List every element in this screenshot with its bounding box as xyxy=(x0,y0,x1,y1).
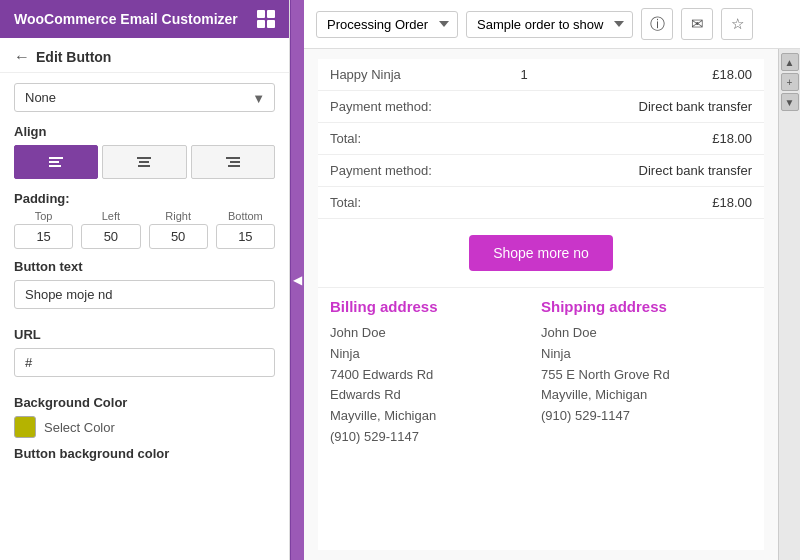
shipping-address: John Doe Ninja 755 E North Grove Rd Mayv… xyxy=(541,323,752,427)
padding-left-input[interactable] xyxy=(81,224,140,249)
product-qty: 1 xyxy=(509,59,556,91)
align-right-button[interactable] xyxy=(191,145,275,179)
section-title: Edit Button xyxy=(36,49,111,65)
btn-bg-color-label: Button background color xyxy=(14,446,275,461)
billing-name: John Doe xyxy=(330,325,386,340)
shipping-company: Ninja xyxy=(541,346,571,361)
url-label: URL xyxy=(14,327,275,342)
table-row: Happy Ninja 1 £18.00 xyxy=(318,59,764,91)
padding-right-label: Right xyxy=(165,210,191,222)
billing-address: John Doe Ninja 7400 Edwards Rd Edwards R… xyxy=(330,323,541,448)
payment-label-2: Payment method: xyxy=(318,155,509,187)
shipping-title: Shipping address xyxy=(541,298,752,315)
padding-right-input[interactable] xyxy=(149,224,208,249)
total-qty-1 xyxy=(509,123,556,155)
svg-rect-6 xyxy=(226,157,240,159)
svg-rect-3 xyxy=(137,157,151,159)
total-label-1: Total: xyxy=(318,123,509,155)
none-select[interactable]: None xyxy=(14,83,275,112)
scroll-plus-button[interactable]: + xyxy=(781,73,799,91)
sample-select-wrap: Sample order to show xyxy=(466,11,633,38)
panel-toggle-arrow: ◀ xyxy=(293,273,302,287)
sidebar-header: WooCommerce Email Customizer xyxy=(0,0,289,38)
select-color-button[interactable]: Select Color xyxy=(44,420,115,435)
payment-qty-1 xyxy=(509,91,556,123)
total-qty-2 xyxy=(509,187,556,219)
color-swatch[interactable] xyxy=(14,416,36,438)
section-title-bar: ← Edit Button xyxy=(0,38,289,73)
shipping-col: Shipping address John Doe Ninja 755 E No… xyxy=(541,298,752,448)
padding-left-col: Left xyxy=(81,210,140,249)
app-title: WooCommerce Email Customizer xyxy=(14,11,238,27)
svg-rect-0 xyxy=(49,157,63,159)
info-button[interactable]: ⓘ xyxy=(641,8,673,40)
padding-bottom-input[interactable] xyxy=(216,224,275,249)
content-area: Happy Ninja 1 £18.00 Payment method: Dir… xyxy=(304,49,778,560)
grid-icon[interactable] xyxy=(257,10,275,28)
panel-toggle[interactable]: ◀ xyxy=(290,0,304,560)
padding-top-label: Top xyxy=(35,210,53,222)
scroll-down-button[interactable]: ▼ xyxy=(781,93,799,111)
mail-button[interactable]: ✉ xyxy=(681,8,713,40)
payment-qty-2 xyxy=(509,155,556,187)
padding-right-col: Right xyxy=(149,210,208,249)
total-value-1: £18.00 xyxy=(556,123,764,155)
align-label: Align xyxy=(14,124,275,139)
total-value-2: £18.00 xyxy=(556,187,764,219)
svg-rect-2 xyxy=(49,165,61,167)
url-input[interactable] xyxy=(14,348,275,377)
payment-label-1: Payment method: xyxy=(318,91,509,123)
padding-label: Padding: xyxy=(14,191,275,206)
product-price: £18.00 xyxy=(556,59,764,91)
product-name: Happy Ninja xyxy=(318,59,509,91)
button-text-input[interactable] xyxy=(14,280,275,309)
padding-fields: Top Left Right Bottom xyxy=(14,210,275,249)
color-row: Select Color xyxy=(14,416,275,438)
svg-rect-7 xyxy=(230,161,240,163)
payment-value-1: Direct bank transfer xyxy=(556,91,764,123)
order-table: Happy Ninja 1 £18.00 Payment method: Dir… xyxy=(318,59,764,219)
total-label-2: Total: xyxy=(318,187,509,219)
table-row: Payment method: Direct bank transfer xyxy=(318,155,764,187)
padding-top-input[interactable] xyxy=(14,224,73,249)
back-arrow-icon[interactable]: ← xyxy=(14,48,30,66)
padding-bottom-col: Bottom xyxy=(216,210,275,249)
shipping-city-state: Mayville, Michigan xyxy=(541,387,647,402)
svg-rect-5 xyxy=(138,165,150,167)
align-buttons xyxy=(14,145,275,179)
shipping-address1: 755 E North Grove Rd xyxy=(541,367,670,382)
align-left-button[interactable] xyxy=(14,145,98,179)
table-row: Payment method: Direct bank transfer xyxy=(318,91,764,123)
shipping-phone: (910) 529-1147 xyxy=(541,408,630,423)
table-row: Total: £18.00 xyxy=(318,187,764,219)
shipping-name: John Doe xyxy=(541,325,597,340)
desktop-button[interactable]: ☆ xyxy=(721,8,753,40)
billing-phone: (910) 529-1147 xyxy=(330,429,419,444)
svg-rect-4 xyxy=(139,161,149,163)
align-center-button[interactable] xyxy=(102,145,186,179)
padding-top-col: Top xyxy=(14,210,73,249)
scroll-controls: ▲ + ▼ xyxy=(778,49,800,560)
padding-left-label: Left xyxy=(102,210,120,222)
billing-address2: Edwards Rd xyxy=(330,387,401,402)
shop-more-button[interactable]: Shope more no xyxy=(469,235,613,271)
billing-company: Ninja xyxy=(330,346,360,361)
top-bar: Processing Order Sample order to show ⓘ … xyxy=(304,0,800,49)
none-select-wrap: None ▼ xyxy=(14,83,275,112)
sample-select[interactable]: Sample order to show xyxy=(466,11,633,38)
billing-col: Billing address John Doe Ninja 7400 Edwa… xyxy=(330,298,541,448)
address-section: Billing address John Doe Ninja 7400 Edwa… xyxy=(318,287,764,458)
billing-address1: 7400 Edwards Rd xyxy=(330,367,433,382)
svg-rect-8 xyxy=(228,165,240,167)
button-text-label: Button text xyxy=(14,259,275,274)
sidebar: WooCommerce Email Customizer ← Edit Butt… xyxy=(0,0,290,560)
shop-button-row: Shope more no xyxy=(318,219,764,287)
billing-title: Billing address xyxy=(330,298,541,315)
scroll-up-button[interactable]: ▲ xyxy=(781,53,799,71)
order-select-wrap: Processing Order xyxy=(316,11,458,38)
order-select[interactable]: Processing Order xyxy=(316,11,458,38)
table-row: Total: £18.00 xyxy=(318,123,764,155)
email-preview: Happy Ninja 1 £18.00 Payment method: Dir… xyxy=(318,59,764,550)
padding-bottom-label: Bottom xyxy=(228,210,263,222)
sidebar-body: None ▼ Align xyxy=(0,73,289,560)
